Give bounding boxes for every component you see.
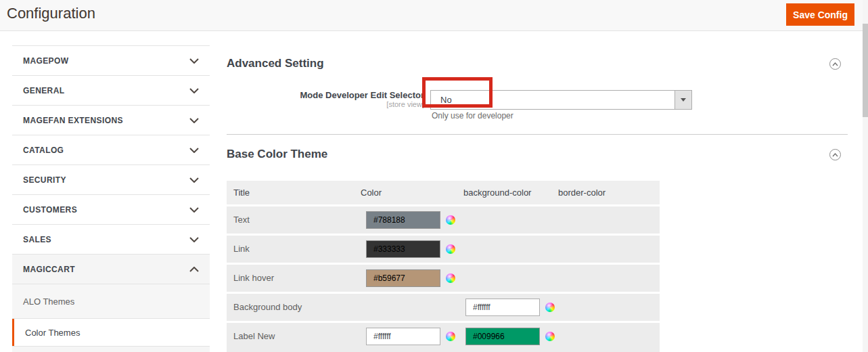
col-header-color: Color: [361, 181, 382, 204]
sidebar-item-label: MAGICCART: [23, 265, 75, 274]
chevron-down-icon: [189, 207, 199, 213]
chevron-down-icon: [189, 177, 199, 183]
sidebar-item-label: MAGEPOW: [23, 56, 68, 66]
sidebar-item-catalog[interactable]: CATALOG: [12, 135, 210, 164]
color-value-input[interactable]: [366, 269, 440, 287]
color-picker-icon[interactable]: [446, 244, 455, 254]
collapse-advanced-icon[interactable]: [829, 58, 841, 70]
color-cell: [366, 328, 455, 345]
color-cell: [366, 211, 455, 229]
row-title: Text: [233, 206, 250, 234]
top-bar: Configuration Save Config: [0, 0, 868, 31]
table-row-link-hover: Link hover: [227, 265, 660, 292]
color-picker-icon[interactable]: [446, 215, 455, 225]
field-label: Mode Developer Edit Selector: [271, 90, 424, 100]
color-cell: [366, 240, 455, 258]
background-color-cell: [465, 328, 555, 345]
sidebar-item-label: SECURITY: [23, 175, 66, 185]
select-dropdown-button[interactable]: [675, 91, 691, 109]
sidebar-item-customers[interactable]: CUSTOMERS: [12, 194, 210, 224]
field-scope: [store view]: [271, 100, 424, 109]
chevron-down-icon: [189, 88, 199, 93]
sidebar-item-general[interactable]: GENERAL: [12, 75, 210, 105]
color-picker-icon[interactable]: [545, 332, 555, 341]
caret-down-icon: [681, 98, 686, 102]
field-label-block: Mode Developer Edit Selector [store view…: [271, 90, 424, 109]
sidebar-item-label: MAGEFAN EXTENSIONS: [23, 116, 123, 125]
sidebar-item-security[interactable]: SECURITY: [12, 164, 210, 194]
background-value-input[interactable]: [465, 299, 540, 316]
field-note: Only use for developer: [432, 111, 513, 120]
table-row-label-new: Label New: [227, 323, 660, 352]
table-row-text: Text: [227, 206, 660, 234]
select-value: No: [440, 91, 452, 109]
background-value-input[interactable]: [465, 328, 540, 345]
sidebar-item-magefan-extensions[interactable]: MAGEFAN EXTENSIONS: [12, 105, 210, 135]
save-config-button[interactable]: Save Config: [786, 3, 854, 26]
color-picker-icon[interactable]: [545, 303, 555, 312]
chevron-up-icon: [189, 267, 199, 272]
config-sidebar: MAGEPOW GENERAL MAGEFAN EXTENSIONS CATAL…: [12, 45, 210, 352]
row-title: Link hover: [233, 265, 274, 292]
sidebar-subitem-label: ALO Themes: [23, 296, 74, 307]
chevron-down-icon: [189, 58, 199, 64]
sidebar-item-label: SALES: [23, 235, 51, 244]
color-value-input[interactable]: [366, 211, 440, 229]
base-color-theme-title: Base Color Theme: [227, 148, 327, 161]
sidebar-item-label: CUSTOMERS: [23, 205, 77, 215]
collapse-base-color-icon[interactable]: [829, 149, 841, 160]
base-color-table: Title Color background-color border-colo…: [227, 181, 660, 352]
chevron-down-icon: [189, 118, 199, 123]
color-value-input[interactable]: [366, 240, 440, 258]
sidebar-item-magepow[interactable]: MAGEPOW: [12, 45, 210, 75]
row-title: Background body: [233, 294, 302, 321]
section-divider: [227, 134, 848, 135]
color-cell: [366, 269, 455, 287]
chevron-down-icon: [189, 148, 199, 153]
sidebar-item-alo-themes[interactable]: ALO Themes: [12, 284, 210, 319]
chevron-down-icon: [189, 237, 199, 242]
color-value-input[interactable]: [366, 328, 440, 345]
table-header-row: Title Color background-color border-colo…: [227, 181, 660, 204]
sidebar-item-label: GENERAL: [23, 86, 64, 95]
sidebar-item-sales[interactable]: SALES: [12, 224, 210, 254]
table-row-link: Link: [227, 236, 660, 263]
table-row-background-body: Background body: [227, 294, 660, 321]
configuration-page: Configuration Save Config MAGEPOW GENERA…: [0, 0, 868, 352]
sidebar-item-partial[interactable]: [12, 346, 210, 352]
sidebar-item-color-themes[interactable]: Color Themes: [12, 319, 210, 346]
color-picker-icon[interactable]: [446, 273, 455, 283]
row-title: Label New: [233, 323, 275, 350]
sidebar-subitem-label: Color Themes: [25, 328, 80, 338]
col-header-background-color: background-color: [463, 181, 531, 204]
mode-developer-select[interactable]: No: [430, 90, 692, 110]
sidebar-item-label: CATALOG: [23, 146, 64, 155]
color-picker-icon[interactable]: [446, 332, 455, 341]
sidebar-item-magiccart[interactable]: MAGICCART: [12, 254, 210, 284]
col-header-border-color: border-color: [558, 181, 606, 204]
advanced-setting-title: Advanced Setting: [227, 57, 324, 70]
background-color-cell: [465, 299, 555, 316]
page-title: Configuration: [7, 5, 95, 22]
col-header-title: Title: [233, 181, 250, 204]
scrollbar-thumb[interactable]: [863, 24, 868, 117]
row-title: Link: [233, 236, 250, 263]
